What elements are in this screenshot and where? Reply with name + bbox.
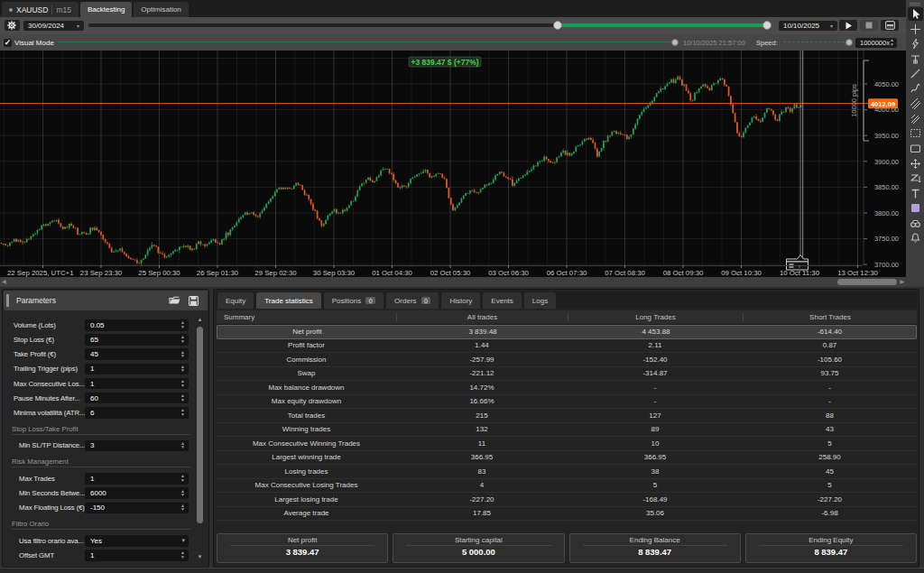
spin-down-icon[interactable]: ▼: [890, 43, 894, 47]
spin-down-icon[interactable]: ▼: [180, 556, 185, 559]
table-row[interactable]: Max balance drawdown14.72%--: [217, 381, 917, 395]
crosshair-tool[interactable]: [908, 23, 923, 36]
alerts-bell-tool[interactable]: [908, 231, 923, 245]
spin-down-icon[interactable]: ▼: [180, 479, 185, 483]
tab-backtesting[interactable]: Backtesting: [80, 2, 132, 17]
spinner-arrows[interactable]: ▲▼: [180, 321, 185, 328]
spinner-arrows[interactable]: ▲▼: [180, 336, 185, 343]
period-end-handle[interactable]: [762, 21, 772, 30]
parameters-header[interactable]: Parameters: [4, 291, 208, 310]
table-row[interactable]: Winning trades1328943: [217, 423, 917, 438]
column-header[interactable]: Long Trades: [568, 313, 743, 321]
speed-value-spinner[interactable]: 1000000x ▲▼: [855, 38, 897, 49]
table-row[interactable]: Max Consecutive Winning Trades11105: [217, 437, 917, 451]
time-axis[interactable]: 22 Sep 2025, UTC+123 Sep 23:3025 Sep 00:…: [0, 265, 878, 277]
spinner-arrows[interactable]: ▲▼: [180, 551, 185, 559]
spinner-arrows[interactable]: ▲▼: [180, 394, 185, 402]
spinner-arrows[interactable]: ▲▼: [180, 490, 185, 497]
table-row[interactable]: Average trade17.8535.06-6.98: [217, 507, 917, 522]
parameter-input[interactable]: 1▲▼: [85, 378, 189, 390]
t-square-tool[interactable]: [908, 52, 923, 66]
text-tool-tool[interactable]: [908, 187, 923, 200]
end-date-select[interactable]: 10/10/2025 ▾: [779, 21, 837, 32]
table-row[interactable]: Largest winning trade366.95366.95258.90: [217, 451, 917, 466]
table-row[interactable]: Max equity drawdown16.66%--: [217, 395, 917, 410]
table-row[interactable]: Net profit3 839.484 453.88-614.40: [217, 325, 917, 339]
spin-down-icon[interactable]: ▼: [180, 326, 185, 329]
parameters-scrollbar[interactable]: ▲ ▼: [196, 317, 204, 559]
select-region-tool[interactable]: [908, 126, 923, 140]
results-tab-positions[interactable]: Positions0: [324, 292, 383, 309]
spin-down-icon[interactable]: ▼: [180, 340, 185, 344]
parameter-input[interactable]: 1▲▼: [85, 473, 189, 485]
results-tab-orders[interactable]: Orders0: [386, 292, 439, 309]
column-header[interactable]: Short Trades: [743, 313, 917, 321]
column-header[interactable]: All trades: [396, 313, 568, 321]
spinner-arrows[interactable]: ▲▼: [180, 365, 185, 373]
pitchfork-tool[interactable]: [908, 112, 923, 125]
play-button[interactable]: [839, 20, 857, 31]
table-row[interactable]: Max Consecutive Losing Trades455: [217, 479, 917, 494]
parameter-input[interactable]: 65▲▼: [85, 334, 189, 346]
instrument-tab[interactable]: XAUUSD m15: [2, 2, 79, 17]
spin-down-icon[interactable]: ▼: [180, 413, 185, 417]
spin-down-icon[interactable]: ▼: [180, 446, 185, 449]
scroll-right-icon[interactable]: ▶: [900, 279, 904, 285]
export-parameters-icon[interactable]: [168, 295, 181, 306]
stop-button[interactable]: [860, 20, 878, 31]
spinner-arrows[interactable]: ▲▼: [180, 409, 185, 416]
price-axis[interactable]: 4050.004000.003950.003900.003850.003800.…: [864, 51, 899, 269]
table-row[interactable]: Total trades21512788: [217, 409, 917, 423]
spinner-arrows[interactable]: ▲▼: [180, 504, 185, 512]
parameters-scrollbar-thumb[interactable]: [197, 327, 203, 523]
speed-slider-handle[interactable]: [845, 39, 853, 46]
spin-down-icon[interactable]: ▼: [180, 399, 185, 402]
color-swatch-tool[interactable]: [908, 201, 923, 215]
results-tab-trade-statistics[interactable]: Trade statistics: [256, 292, 321, 309]
parameter-input[interactable]: 6000▲▼: [85, 487, 189, 499]
flash-tool[interactable]: [908, 37, 923, 51]
binoculars-tool[interactable]: [908, 217, 923, 230]
spinner-arrows[interactable]: ▲▼: [180, 442, 185, 449]
table-row[interactable]: Profit factor1.442.110.87: [217, 339, 917, 354]
parameter-input[interactable]: 0.05▲▼: [85, 319, 189, 331]
scroll-up-icon[interactable]: ▲: [196, 317, 204, 322]
table-row[interactable]: Losing trades833845: [217, 465, 917, 479]
settings-button[interactable]: [5, 20, 21, 31]
chart-scrollbar-thumb[interactable]: [837, 279, 897, 285]
report-button[interactable]: [881, 20, 899, 31]
column-header[interactable]: Summary: [217, 313, 396, 321]
channel-tool[interactable]: [908, 97, 923, 110]
parameter-input[interactable]: 60▲▼: [85, 393, 189, 404]
parameter-input[interactable]: Yes▾: [85, 535, 189, 547]
start-date-select[interactable]: 30/09/2024 ▾: [23, 21, 84, 32]
spin-down-icon[interactable]: ▼: [180, 355, 185, 358]
tab-optimisation[interactable]: Optimisation: [134, 2, 188, 17]
results-tab-logs[interactable]: Logs: [524, 292, 556, 309]
table-row[interactable]: Swap-221.12-314.8793.75: [217, 367, 917, 382]
parameter-input[interactable]: 1▲▼: [85, 550, 189, 561]
speed-slider-track[interactable]: [783, 42, 845, 42]
spin-down-icon[interactable]: ▼: [180, 508, 185, 512]
cursor-tool[interactable]: [908, 7, 923, 21]
spinner-arrows[interactable]: ▲▼: [180, 475, 185, 482]
parameter-input[interactable]: 3▲▼: [85, 440, 189, 452]
scroll-left-icon[interactable]: ◀: [2, 279, 6, 285]
parameter-input[interactable]: -150▲▼: [85, 503, 189, 514]
results-tab-history[interactable]: History: [441, 292, 480, 309]
scroll-down-icon[interactable]: ▼: [196, 554, 204, 559]
spinner-arrows[interactable]: ▲▼: [890, 39, 894, 46]
save-parameters-icon[interactable]: [187, 295, 200, 306]
results-tab-events[interactable]: Events: [483, 292, 521, 309]
spin-down-icon[interactable]: ▼: [180, 384, 185, 388]
order-levels-tool[interactable]: [908, 171, 923, 185]
toolbar-grip-icon[interactable]: [910, 3, 920, 5]
results-tab-equity[interactable]: Equity: [217, 292, 254, 309]
parameter-input[interactable]: 6▲▼: [85, 407, 189, 419]
table-row[interactable]: Commission-257.99-152.40-105.60: [217, 353, 917, 367]
spin-down-icon[interactable]: ▼: [180, 369, 185, 373]
period-start-handle[interactable]: [553, 21, 562, 30]
move-tool-tool[interactable]: [908, 157, 923, 171]
trend-line-tool[interactable]: [908, 67, 923, 80]
playback-progress-handle[interactable]: [671, 39, 679, 46]
